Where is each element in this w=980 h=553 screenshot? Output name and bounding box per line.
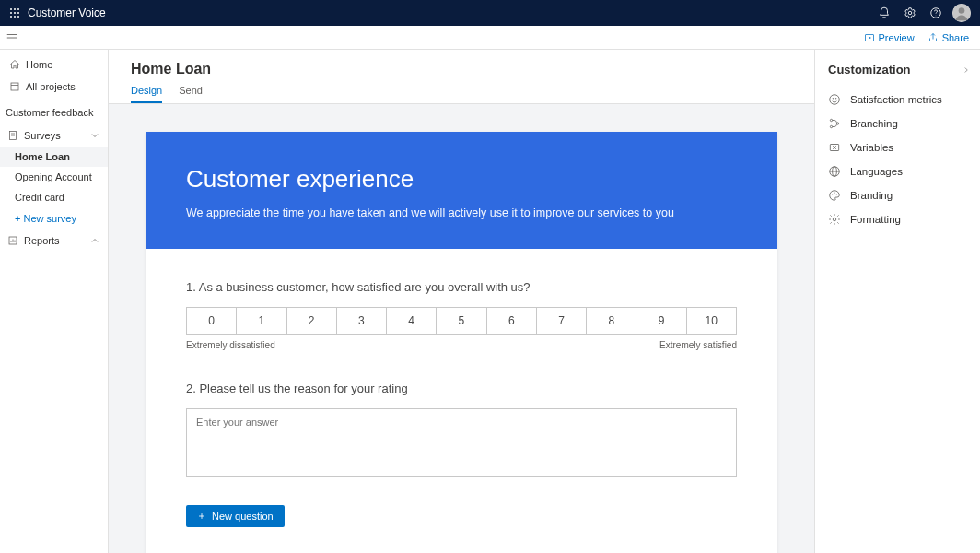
svg-point-40 <box>832 194 833 194</box>
page-header: Home Loan Design Send <box>109 50 814 104</box>
svg-point-11 <box>936 16 937 17</box>
nav-all-projects-label: All projects <box>26 81 76 92</box>
app-launcher-icon[interactable] <box>7 6 22 20</box>
customization-metrics[interactable]: Satisfaction metrics <box>815 88 980 112</box>
page-title: Home Loan <box>131 61 792 77</box>
surveys-icon <box>7 130 18 141</box>
question-1[interactable]: 1. As a business customer, how satisfied… <box>186 280 737 350</box>
customization-metrics-label: Satisfaction metrics <box>850 94 942 105</box>
customization-variables-label: Variables <box>850 142 893 153</box>
svg-point-1 <box>14 8 16 10</box>
svg-point-41 <box>834 193 834 194</box>
svg-point-7 <box>14 16 16 18</box>
left-nav: Home All projects Customer feedback Surv… <box>0 50 109 553</box>
svg-point-6 <box>10 16 12 18</box>
customization-formatting[interactable]: Formatting <box>815 207 980 231</box>
svg-point-0 <box>10 8 12 10</box>
survey-item-home-loan[interactable]: Home Loan <box>0 147 108 167</box>
nps-anchor-low: Extremely dissatisfied <box>186 340 275 350</box>
survey-item-credit-card[interactable]: Credit card <box>0 187 108 207</box>
chevron-up-icon <box>89 235 100 246</box>
customization-branching[interactable]: Branching <box>815 112 980 135</box>
survey-header[interactable]: Customer experience We appreciate the ti… <box>146 132 777 249</box>
survey-card: Customer experience We appreciate the ti… <box>146 132 777 553</box>
customization-heading: Customization <box>828 63 911 76</box>
plus-icon <box>197 512 206 521</box>
nps-3[interactable]: 3 <box>337 308 387 334</box>
new-question-button[interactable]: New question <box>186 505 285 527</box>
page-tabs: Design Send <box>131 85 792 103</box>
svg-point-4 <box>14 12 16 14</box>
nps-0[interactable]: 0 <box>187 308 237 334</box>
main-area: Home Loan Design Send Customer experienc… <box>109 50 814 553</box>
nps-7[interactable]: 7 <box>537 308 587 334</box>
survey-subtitle: We appreciate the time you have taken an… <box>186 206 737 219</box>
share-button[interactable]: Share <box>928 32 969 43</box>
new-survey-link[interactable]: + New survey <box>0 207 108 229</box>
chevron-down-icon <box>89 130 100 141</box>
nav-reports[interactable]: Reports <box>0 229 108 252</box>
tab-design[interactable]: Design <box>131 85 162 103</box>
survey-title: Customer experience <box>186 165 737 194</box>
question-2-input[interactable] <box>186 408 737 477</box>
nps-1[interactable]: 1 <box>237 308 286 334</box>
nav-surveys[interactable]: Surveys <box>0 124 108 147</box>
nps-9[interactable]: 9 <box>636 308 686 334</box>
svg-point-30 <box>830 95 840 105</box>
gear-small-icon <box>828 213 841 226</box>
nav-surveys-label: Surveys <box>24 130 61 141</box>
svg-point-32 <box>835 99 836 100</box>
svg-point-35 <box>836 123 838 124</box>
hamburger-icon[interactable] <box>6 31 18 47</box>
reports-icon <box>7 235 18 246</box>
share-label: Share <box>942 32 969 43</box>
app-top-bar: Customer Voice <box>0 0 980 26</box>
svg-point-42 <box>836 194 837 194</box>
page-toolbar: Preview Share <box>0 26 980 50</box>
customization-branding[interactable]: Branding <box>815 183 980 207</box>
svg-point-2 <box>18 8 19 10</box>
variable-icon <box>828 141 841 154</box>
preview-label: Preview <box>879 32 915 43</box>
svg-point-31 <box>833 99 834 100</box>
globe-icon <box>828 165 841 178</box>
tab-send[interactable]: Send <box>179 85 203 103</box>
svg-point-43 <box>833 218 836 221</box>
notifications-icon[interactable] <box>871 0 897 26</box>
chevron-right-icon[interactable] <box>962 65 971 75</box>
nps-6[interactable]: 6 <box>487 308 537 334</box>
customization-languages[interactable]: Languages <box>815 159 980 183</box>
svg-point-13 <box>959 7 965 14</box>
smiley-icon <box>828 93 841 106</box>
nps-4[interactable]: 4 <box>387 308 437 334</box>
nps-anchor-high: Extremely satisfied <box>659 340 737 350</box>
app-title: Customer Voice <box>28 6 106 19</box>
nav-all-projects[interactable]: All projects <box>0 76 108 98</box>
svg-point-3 <box>10 12 12 14</box>
avatar[interactable] <box>952 4 971 22</box>
new-question-label: New question <box>212 511 274 522</box>
nps-5[interactable]: 5 <box>437 308 486 334</box>
customization-variables[interactable]: Variables <box>815 135 980 159</box>
question-2-label: 2. Please tell us the reason for your ra… <box>186 382 737 395</box>
question-1-label: 1. As a business customer, how satisfied… <box>186 280 737 294</box>
nps-2[interactable]: 2 <box>287 308 337 334</box>
svg-marker-18 <box>869 36 871 39</box>
customization-branching-label: Branching <box>850 118 898 129</box>
svg-point-34 <box>830 125 832 127</box>
survey-item-opening-account[interactable]: Opening Account <box>0 167 108 187</box>
svg-point-33 <box>830 119 832 121</box>
nav-home[interactable]: Home <box>0 53 108 76</box>
question-2[interactable]: 2. Please tell us the reason for your ra… <box>186 382 737 479</box>
nav-reports-label: Reports <box>24 235 60 246</box>
gear-icon[interactable] <box>897 0 923 26</box>
customization-languages-label: Languages <box>850 166 903 177</box>
nps-8[interactable]: 8 <box>587 308 636 334</box>
nps-10[interactable]: 10 <box>687 308 736 334</box>
svg-point-5 <box>18 12 19 14</box>
palette-icon <box>828 189 841 202</box>
nav-home-label: Home <box>26 59 52 70</box>
preview-button[interactable]: Preview <box>864 32 915 43</box>
help-icon[interactable] <box>923 0 949 26</box>
svg-point-9 <box>908 11 912 15</box>
